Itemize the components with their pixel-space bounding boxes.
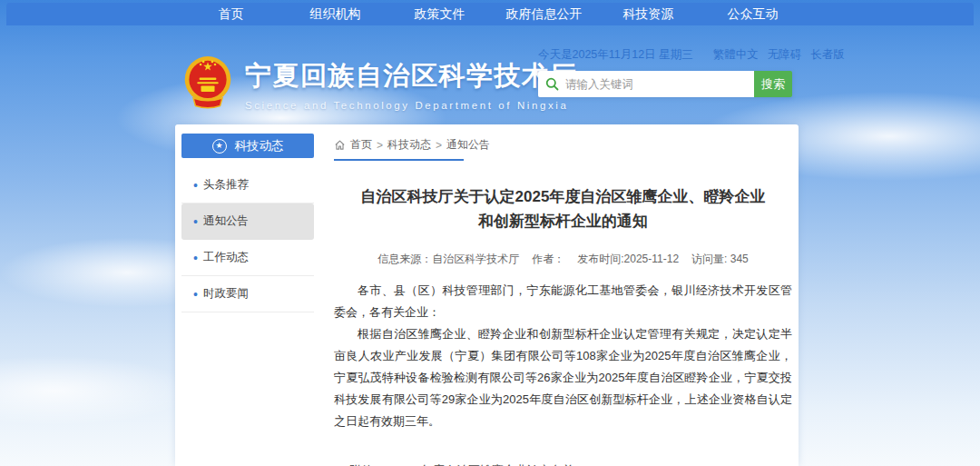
sidebar-item-label: 时政要闻 (203, 286, 249, 302)
nav-item-gov-info[interactable]: 政府信息公开 (492, 3, 596, 25)
bullet-icon: • (193, 252, 198, 264)
meta-visits: 访问量: 345 (691, 253, 749, 265)
header-utilities: 今天是2025年11月12日 星期三 繁體中文 无障碍 长者版 搜索 (538, 47, 792, 97)
breadcrumb: 首页 > 科技动态 > 通知公告 (334, 124, 792, 153)
bullet-icon: • (193, 288, 198, 301)
breadcrumb-separator: > (377, 139, 383, 152)
search-bar: 搜索 (538, 71, 792, 97)
attachment-link-eagle-list[interactable]: 1.2025年度自治区雏鹰企业认定名单 (385, 460, 610, 466)
home-icon (334, 139, 346, 151)
search-input[interactable] (565, 78, 754, 91)
meta-author: 作者： (532, 253, 564, 265)
article-meta: 信息来源：自治区科学技术厅作者：发布时间:2025-11-12访问量: 345 (334, 252, 792, 267)
sidebar-title: 科技动态 (235, 138, 284, 154)
bullet-icon: • (193, 179, 198, 192)
sidebar: ★ 科技动态 • 头条推荐 • 通知公告 • 工作动态 • 时政要闻 (181, 134, 314, 312)
link-senior-version[interactable]: 长者版 (810, 47, 845, 63)
article-body: 各市、县（区）科技管理部门，宁东能源化工基地管委会，银川经济技术开发区管委会，各… (334, 280, 792, 432)
site-title: 宁夏回族自治区科学技术厅 (245, 58, 577, 94)
meta-published: 发布时间:2025-11-12 (577, 253, 679, 265)
breadcrumb-notices[interactable]: 通知公告 (446, 137, 490, 153)
nav-item-policy[interactable]: 政策文件 (387, 3, 492, 25)
today-date: 今天是2025年11月12日 星期三 (538, 47, 693, 63)
national-emblem-logo (181, 53, 235, 116)
sidebar-item-label: 头条推荐 (203, 177, 249, 193)
attachments-label: 附件： (349, 460, 385, 466)
article-paragraph: 各市、县（区）科技管理部门，宁东能源化工基地管委会，银川经济技术开发区管委会，各… (334, 280, 792, 323)
breadcrumb-underline (334, 159, 464, 161)
site-brand: 宁夏回族自治区科学技术厅 Science and Technology Depa… (181, 53, 577, 116)
site-subtitle: Science and Technology Department of Nin… (245, 100, 577, 111)
star-circle-icon: ★ (212, 139, 227, 154)
sidebar-header: ★ 科技动态 (181, 134, 314, 158)
article-title-line1: 自治区科技厅关于认定2025年度自治区雏鹰企业、瞪羚企业 (361, 188, 766, 205)
sidebar-item-label: 通知公告 (203, 213, 249, 229)
breadcrumb-tech-news[interactable]: 科技动态 (387, 137, 431, 153)
article-area: 首页 > 科技动态 > 通知公告 自治区科技厅关于认定2025年度自治区雏鹰企业… (334, 124, 792, 466)
sidebar-item-work-news[interactable]: • 工作动态 (181, 240, 314, 276)
bullet-icon: • (193, 215, 198, 228)
search-button[interactable]: 搜索 (754, 71, 792, 97)
search-icon (545, 77, 559, 91)
sidebar-item-label: 工作动态 (203, 250, 249, 265)
sidebar-item-headlines[interactable]: • 头条推荐 (181, 167, 314, 203)
content-panel: ★ 科技动态 • 头条推荐 • 通知公告 • 工作动态 • 时政要闻 (175, 124, 799, 466)
nav-item-interaction[interactable]: 公众互动 (701, 3, 805, 25)
meta-source: 信息来源：自治区科学技术厅 (377, 253, 519, 265)
nav-item-organization[interactable]: 组织机构 (283, 3, 387, 25)
link-accessibility[interactable]: 无障碍 (768, 47, 802, 63)
link-traditional-chinese[interactable]: 繁體中文 (713, 47, 759, 63)
nav-item-resources[interactable]: 科技资源 (596, 3, 701, 25)
sidebar-item-politics-news[interactable]: • 时政要闻 (181, 276, 314, 312)
attachments-block: 附件： 1.2025年度自治区雏鹰企业认定名单 2.2025年度自治区瞪羚企业认… (349, 460, 792, 466)
nav-item-home[interactable]: 首页 (179, 3, 283, 25)
breadcrumb-home[interactable]: 首页 (350, 137, 372, 153)
article-title-line2: 和创新型标杆企业的通知 (478, 213, 648, 230)
sidebar-item-notices[interactable]: • 通知公告 (181, 203, 314, 240)
article-paragraph: 根据自治区雏鹰企业、瞪羚企业和创新型标杆企业认定管理有关规定，决定认定半亩良人农… (334, 323, 792, 432)
article-title: 自治区科技厅关于认定2025年度自治区雏鹰企业、瞪羚企业 和创新型标杆企业的通知 (334, 184, 792, 233)
breadcrumb-separator: > (436, 139, 442, 152)
top-navigation: 首页 组织机构 政策文件 政府信息公开 科技资源 公众互动 (6, 3, 974, 25)
